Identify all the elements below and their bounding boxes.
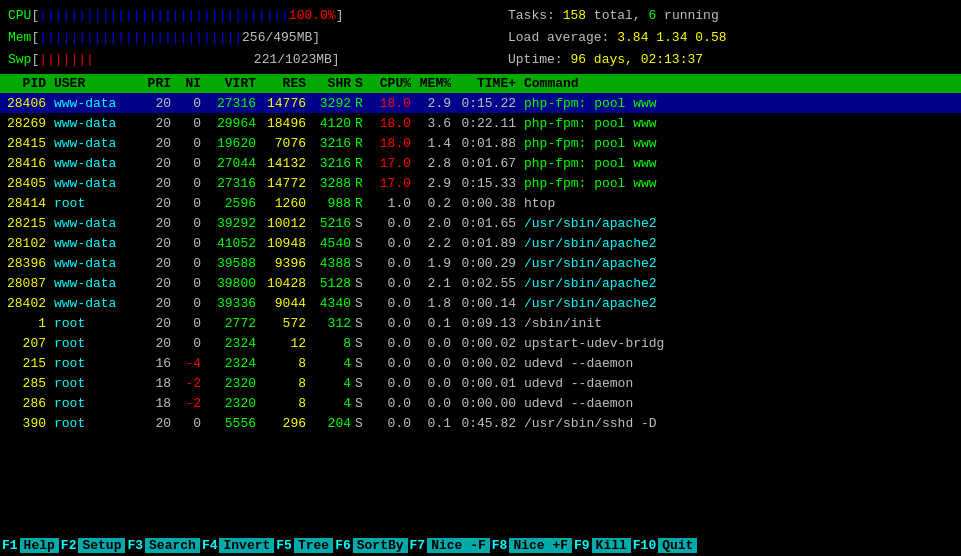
res: 14132 — [260, 156, 310, 171]
pri: 20 — [140, 196, 175, 211]
table-row[interactable]: 285root18-2232084S0.00.00:00.01udevd --d… — [0, 373, 961, 393]
command: udevd --daemon — [520, 356, 961, 371]
ni: 0 — [175, 96, 205, 111]
command: php-fpm: pool www — [520, 116, 961, 131]
user: root — [50, 356, 140, 371]
ni: 0 — [175, 316, 205, 331]
footer-num: F7 — [408, 538, 428, 553]
time: 0:00.02 — [455, 336, 520, 351]
table-row[interactable]: 28416www-data20027044141323216R17.02.80:… — [0, 153, 961, 173]
mem-bar-fill: |||||||||||||||||||||||||| — [39, 30, 242, 45]
table-row[interactable]: 28402www-data2003933690444340S0.01.80:00… — [0, 293, 961, 313]
user: root — [50, 196, 140, 211]
ni: -2 — [175, 396, 205, 411]
res: 8 — [260, 356, 310, 371]
footer-btn-search[interactable]: F3Search — [125, 534, 199, 556]
shr: 3292 — [310, 96, 355, 111]
shr: 5128 — [310, 276, 355, 291]
ni: 0 — [175, 116, 205, 131]
table-row[interactable]: 207root2002324128S0.00.00:00.02upstart-u… — [0, 333, 961, 353]
virt: 41052 — [205, 236, 260, 251]
state: R — [355, 196, 373, 211]
cpu-pct: 17.0 — [373, 176, 415, 191]
time: 0:00.01 — [455, 376, 520, 391]
mem-pct: 1.8 — [415, 296, 455, 311]
pri: 20 — [140, 176, 175, 191]
virt: 2772 — [205, 316, 260, 331]
pid: 1 — [0, 316, 50, 331]
command: /usr/sbin/apache2 — [520, 236, 961, 251]
shr: 4388 — [310, 256, 355, 271]
pid: 215 — [0, 356, 50, 371]
command: php-fpm: pool www — [520, 96, 961, 111]
table-row[interactable]: 28406www-data20027316147763292R18.02.90:… — [0, 93, 961, 113]
mem-pct: 2.1 — [415, 276, 455, 291]
footer-btn-sortby[interactable]: F6SortBy — [333, 534, 407, 556]
tasks-running: 6 — [648, 8, 656, 23]
pid: 28415 — [0, 136, 50, 151]
user: www-data — [50, 236, 140, 251]
command: /usr/sbin/apache2 — [520, 256, 961, 271]
cpu-pct: 0.0 — [373, 376, 415, 391]
cpu-pct: 0.0 — [373, 396, 415, 411]
footer-btn-tree[interactable]: F5Tree — [274, 534, 333, 556]
virt: 2320 — [205, 396, 260, 411]
footer-btn-quit[interactable]: F10Quit — [631, 534, 698, 556]
footer-btn-nice -f[interactable]: F7Nice -F — [408, 534, 490, 556]
footer-btn-nice +f[interactable]: F8Nice +F — [490, 534, 572, 556]
header-section: CPU [ |||||||||||||||||||||||||||||||| 1… — [0, 0, 961, 74]
res: 14776 — [260, 96, 310, 111]
col-header-mem: MEM% — [415, 76, 455, 91]
footer-btn-invert[interactable]: F4Invert — [200, 534, 274, 556]
command: udevd --daemon — [520, 396, 961, 411]
footer-btn-kill[interactable]: F9Kill — [572, 534, 631, 556]
res: 9044 — [260, 296, 310, 311]
user: www-data — [50, 276, 140, 291]
table-row[interactable]: 1root2002772572312S0.00.10:09.13/sbin/in… — [0, 313, 961, 333]
footer-lbl: Invert — [219, 538, 274, 553]
state: S — [355, 376, 373, 391]
table-row[interactable]: 28215www-data20039292100125216S0.02.00:0… — [0, 213, 961, 233]
ni: 0 — [175, 176, 205, 191]
virt: 27044 — [205, 156, 260, 171]
col-header-pid: PID — [0, 76, 50, 91]
table-row[interactable]: 286root18-2232084S0.00.00:00.00udevd --d… — [0, 393, 961, 413]
swp-bar-fill: ||||||| — [39, 52, 94, 67]
user: www-data — [50, 96, 140, 111]
table-row[interactable]: 215root16-4232484S0.00.00:00.02udevd --d… — [0, 353, 961, 373]
swp-bar-open: [ — [31, 52, 39, 67]
table-row[interactable]: 28087www-data20039800104285128S0.02.10:0… — [0, 273, 961, 293]
table-row[interactable]: 28396www-data2003958893964388S0.01.90:00… — [0, 253, 961, 273]
table-row[interactable]: 28405www-data20027316147723288R17.02.90:… — [0, 173, 961, 193]
pri: 20 — [140, 276, 175, 291]
state: R — [355, 136, 373, 151]
virt: 5556 — [205, 416, 260, 431]
cpu-bar-close: ] — [336, 8, 344, 23]
pri: 20 — [140, 156, 175, 171]
ni: 0 — [175, 336, 205, 351]
table-header: PID USER PRI NI VIRT RES SHR S CPU% MEM%… — [0, 74, 961, 93]
time: 0:01.65 — [455, 216, 520, 231]
table-row[interactable]: 28414root20025961260988R1.00.20:00.38hto… — [0, 193, 961, 213]
user: root — [50, 396, 140, 411]
pid: 28215 — [0, 216, 50, 231]
footer-num: F9 — [572, 538, 592, 553]
pid: 28087 — [0, 276, 50, 291]
footer-btn-help[interactable]: F1Help — [0, 534, 59, 556]
shr: 5216 — [310, 216, 355, 231]
footer-btn-setup[interactable]: F2Setup — [59, 534, 126, 556]
command: php-fpm: pool www — [520, 176, 961, 191]
table-row[interactable]: 28415www-data2001962070763216R18.01.40:0… — [0, 133, 961, 153]
shr: 3288 — [310, 176, 355, 191]
time: 0:01.89 — [455, 236, 520, 251]
pri: 20 — [140, 256, 175, 271]
load15: 0.58 — [695, 30, 726, 45]
res: 14772 — [260, 176, 310, 191]
ni: -4 — [175, 356, 205, 371]
table-row[interactable]: 390root2005556296204S0.00.10:45.82/usr/s… — [0, 413, 961, 433]
shr: 4 — [310, 376, 355, 391]
res: 296 — [260, 416, 310, 431]
cpu-pct: 0.0 — [373, 216, 415, 231]
table-row[interactable]: 28269www-data20029964184964120R18.03.60:… — [0, 113, 961, 133]
table-row[interactable]: 28102www-data20041052109484540S0.02.20:0… — [0, 233, 961, 253]
